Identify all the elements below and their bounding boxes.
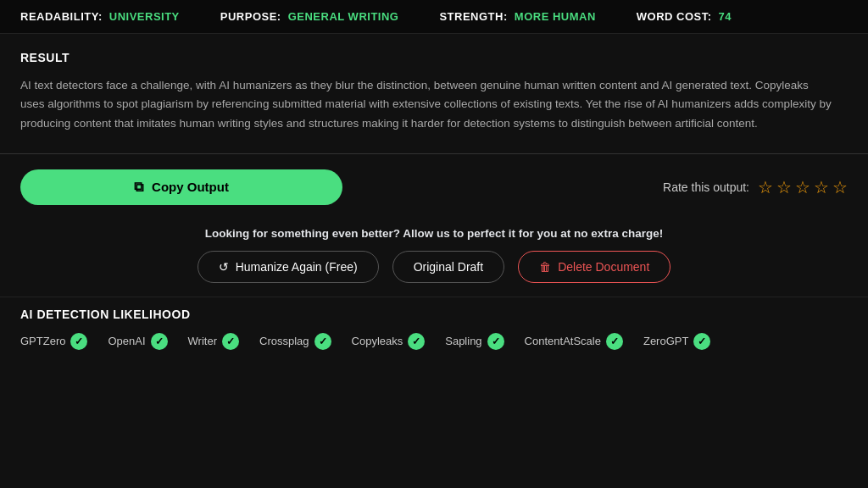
check-icon: ✓ — [487, 333, 504, 350]
check-icon: ✓ — [606, 333, 623, 350]
stats-bar: READABILITY: UNIVERSITY PURPOSE: GENERAL… — [0, 0, 868, 34]
result-label: RESULT — [20, 51, 848, 64]
strength-value: MORE HUMAN — [515, 10, 596, 23]
purpose-stat: PURPOSE: GENERAL WRITING — [220, 10, 399, 23]
tool-item: Copyleaks✓ — [352, 333, 426, 350]
tool-name: GPTZero — [20, 335, 65, 347]
purpose-value: GENERAL WRITING — [288, 10, 399, 23]
copy-icon: ⧉ — [134, 180, 143, 195]
delete-document-button[interactable]: 🗑 Delete Document — [518, 251, 670, 283]
readability-label: READABILITY: — [20, 10, 103, 23]
strength-stat: STRENGTH: MORE HUMAN — [439, 10, 595, 23]
strength-label: STRENGTH: — [439, 10, 507, 23]
tool-name: Copyleaks — [352, 335, 403, 347]
check-icon: ✓ — [151, 333, 168, 350]
star-5[interactable]: ☆ — [832, 177, 848, 197]
upsell-row: Looking for something even better? Allow… — [0, 220, 868, 251]
original-label: Original Draft — [414, 260, 483, 274]
tool-name: OpenAI — [108, 335, 145, 347]
tool-name: ContentAtScale — [525, 335, 601, 347]
result-section: RESULT AI text detectors face a challeng… — [0, 34, 868, 133]
tool-item: Sapling✓ — [445, 333, 504, 350]
tool-name: Crossplag — [259, 335, 309, 347]
upsell-text: Looking for something even better? Allow… — [205, 227, 663, 240]
tool-item: GPTZero✓ — [20, 333, 87, 350]
wordcost-stat: WORD COST: 74 — [637, 10, 732, 23]
detection-label: AI DETECTION LIKELIHOOD — [20, 308, 848, 321]
trash-icon: 🗑 — [539, 260, 551, 274]
check-icon: ✓ — [408, 333, 425, 350]
result-text: AI text detectors face a challenge, with… — [20, 76, 834, 133]
detection-section: AI DETECTION LIKELIHOOD GPTZero✓OpenAI✓W… — [0, 297, 868, 350]
tool-name: ZeroGPT — [643, 335, 688, 347]
rate-area: Rate this output: ☆ ☆ ☆ ☆ ☆ — [663, 177, 848, 197]
humanize-label: Humanize Again (Free) — [236, 260, 358, 274]
tool-name: Writer — [188, 335, 217, 347]
original-draft-button[interactable]: Original Draft — [392, 251, 504, 283]
purpose-label: PURPOSE: — [220, 10, 281, 23]
star-1[interactable]: ☆ — [758, 177, 773, 197]
delete-label: Delete Document — [558, 260, 649, 274]
action-row: ⧉ Copy Output Rate this output: ☆ ☆ ☆ ☆ … — [0, 154, 868, 220]
check-icon: ✓ — [222, 333, 239, 350]
check-icon: ✓ — [693, 333, 710, 350]
wordcost-value: 74 — [719, 10, 732, 23]
readability-stat: READABILITY: UNIVERSITY — [20, 10, 180, 23]
star-3[interactable]: ☆ — [795, 177, 810, 197]
readability-value: UNIVERSITY — [109, 10, 180, 23]
rate-label: Rate this output: — [663, 180, 749, 194]
tool-item: ZeroGPT✓ — [643, 333, 710, 350]
star-4[interactable]: ☆ — [814, 177, 829, 197]
star-2[interactable]: ☆ — [776, 177, 792, 197]
humanize-again-button[interactable]: ↺ Humanize Again (Free) — [198, 251, 379, 283]
tool-name: Sapling — [445, 335, 481, 347]
wordcost-label: WORD COST: — [637, 10, 712, 23]
tool-item: ContentAtScale✓ — [525, 333, 623, 350]
tool-item: Crossplag✓ — [259, 333, 331, 350]
buttons-row: ↺ Humanize Again (Free) Original Draft 🗑… — [0, 251, 868, 297]
tool-item: Writer✓ — [188, 333, 239, 350]
detection-tools: GPTZero✓OpenAI✓Writer✓Crossplag✓Copyleak… — [20, 333, 848, 350]
humanize-icon: ↺ — [219, 260, 229, 274]
copy-output-button[interactable]: ⧉ Copy Output — [20, 169, 342, 205]
check-icon: ✓ — [314, 333, 331, 350]
tool-item: OpenAI✓ — [108, 333, 167, 350]
star-rating[interactable]: ☆ ☆ ☆ ☆ ☆ — [758, 177, 848, 197]
copy-button-label: Copy Output — [152, 180, 229, 194]
check-icon: ✓ — [70, 333, 87, 350]
